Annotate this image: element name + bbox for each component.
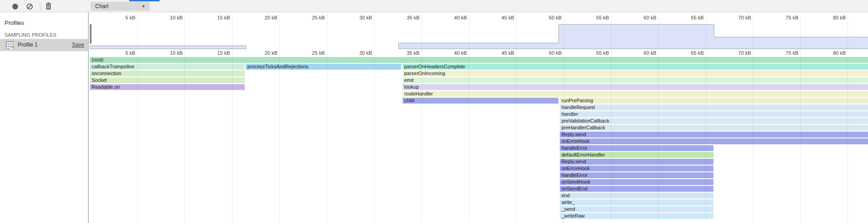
profile-grid-icon: %	[6, 41, 14, 49]
flame-bar-prevalidationcallback[interactable]: preValidationCallback	[560, 118, 868, 124]
toolbar: Chart ▼	[0, 0, 868, 12]
flame-bar-routehandler[interactable]: routeHandler	[402, 91, 868, 97]
flame-bar-handleerror[interactable]: handleError	[560, 145, 714, 151]
ruler-tick-label: 30 kB	[336, 15, 372, 20]
flame-bar-label: processTicksAndRejections	[247, 64, 309, 69]
flame-bar-handler[interactable]: handler	[560, 111, 868, 117]
flame-bar-emit[interactable]: emit	[402, 77, 868, 83]
ruler-tick-label: 55 kB	[573, 15, 609, 20]
ruler-tick-label: 50 kB	[525, 50, 562, 56]
view-mode-value: Chart	[95, 3, 108, 9]
gridline	[184, 13, 185, 223]
sidebar-title: Profiles	[5, 19, 24, 26]
gridline	[563, 13, 564, 223]
flame-bar-label: Socket	[92, 77, 107, 83]
ruler-tick-label: 45 kB	[478, 15, 514, 20]
flame-bar-end[interactable]: end	[560, 193, 714, 199]
ruler-tick-label: 10 kB	[146, 15, 183, 20]
flame-bar-onerrorhook[interactable]: onErrorHook	[560, 138, 868, 144]
ruler-tick-label: 60 kB	[620, 50, 656, 56]
gridline	[516, 13, 517, 223]
flame-bar-label: handleError	[562, 145, 587, 151]
flame-bar-label: emit	[404, 77, 414, 83]
flame-bar-handleerror[interactable]: handleError	[560, 172, 714, 178]
gridline	[753, 13, 753, 223]
flame-bar-onsendend[interactable]: onSendEnd	[560, 186, 714, 192]
flame-bar-processticksandrejections[interactable]: processTicksAndRejections	[246, 64, 401, 70]
flame-bar-label: _writeRaw	[562, 213, 585, 218]
flame-bar-runpreparsing[interactable]: runPreParsing	[560, 98, 868, 104]
gridline	[232, 13, 233, 223]
flame-bar-label: runPreParsing	[562, 98, 593, 103]
flame-bar-label: defaultErrorHandler	[562, 152, 605, 157]
flame-bar-write[interactable]: write_	[560, 199, 714, 205]
save-profile-link[interactable]: Save	[72, 42, 84, 48]
flame-bar-label: Readable.on	[92, 84, 120, 90]
flame-bar-label: onSendEnd	[562, 186, 588, 191]
trash-icon[interactable]	[45, 2, 52, 10]
toolbar-divider	[40, 2, 40, 10]
overview-left-handle[interactable]	[90, 24, 92, 44]
gridline	[279, 13, 280, 223]
flame-bar-reply-send[interactable]: Reply.send	[560, 132, 868, 138]
flame-bar-parseronheaderscomplete[interactable]: parserOnHeadersComplete	[402, 64, 868, 70]
flame-bar-label: handleError	[562, 172, 587, 178]
flame-bar-label: (root)	[92, 57, 103, 62]
flame-bar-label: callbackTrampoline	[92, 64, 134, 69]
flame-bar-label: end	[562, 193, 570, 198]
gridline	[469, 13, 469, 223]
gridline	[422, 13, 422, 223]
sampling-profiles-header: SAMPLING PROFILES	[5, 32, 56, 38]
flame-bar-send[interactable]: _send	[560, 206, 714, 212]
ruler-tick-label: 15 kB	[194, 50, 230, 56]
flame-graph: (root)callbackTrampolineprocessTicksAndR…	[90, 12, 868, 223]
view-mode-select[interactable]: Chart ▼	[91, 2, 150, 11]
flame-bar-label: handleRequest	[562, 104, 595, 110]
gridline	[374, 13, 374, 223]
flame-bar-label: onconnection	[92, 71, 121, 76]
flame-bar-label: lookup	[404, 84, 419, 90]
profile-name: Profile 1	[18, 42, 38, 48]
flame-bar-onsendhook[interactable]: onSendHook	[560, 179, 714, 185]
flame-bar-label: onSendHook	[562, 179, 591, 185]
ruler-tick-label: 20 kB	[241, 15, 277, 20]
flame-bar-socket[interactable]: Socket	[90, 77, 245, 83]
flame-bar-lookup[interactable]: lookup	[402, 84, 868, 90]
ruler-tick-label: 40 kB	[431, 50, 467, 56]
ruler-tick-label: 20 kB	[241, 50, 277, 56]
flame-bar-parseronincoming[interactable]: parserOnIncoming	[402, 71, 868, 76]
ruler-tick-label: 65 kB	[668, 50, 704, 56]
ruler-tick-label: 75 kB	[762, 15, 799, 20]
clear-all-icon[interactable]	[26, 3, 33, 10]
ruler-tick-label: 5 kB	[99, 15, 136, 20]
flame-bar-handlerequest[interactable]: handleRequest	[560, 104, 868, 110]
gridline	[800, 13, 801, 223]
flame-bar-label: preValidationCallback	[562, 118, 610, 123]
flame-bar-label: child	[404, 98, 415, 103]
flame-bar-label: preHandlerCallback	[562, 125, 606, 130]
gridline	[658, 13, 659, 223]
ruler-tick-label: 35 kB	[383, 15, 420, 20]
ruler-tick-label: 25 kB	[289, 15, 325, 20]
flame-bar-child[interactable]: child	[402, 98, 558, 104]
flame-bar-readable-on[interactable]: Readable.on	[90, 84, 245, 90]
ruler-tick-label: 80 kB	[810, 50, 846, 56]
flame-bar-onconnection[interactable]: onconnection	[90, 71, 245, 76]
profile-list-item[interactable]: % Profile 1 Save	[0, 39, 88, 51]
profiles-sidebar: Profiles SAMPLING PROFILES % Profile 1 S…	[0, 12, 89, 223]
flame-bar-prehandlercallback[interactable]: preHandlerCallback	[560, 125, 868, 131]
ruler-tick-label: 65 kB	[668, 15, 704, 20]
flame-bar-onerrorhook[interactable]: onErrorHook	[560, 166, 714, 171]
record-icon[interactable]	[12, 4, 18, 9]
flame-bar-label: Reply.send	[562, 159, 586, 164]
ruler-tick-label: 40 kB	[431, 15, 467, 20]
flame-bar-reply-send[interactable]: Reply.send	[560, 159, 714, 165]
flame-bar-root[interactable]: (root)	[90, 57, 868, 63]
flame-bar-label: onErrorHook	[562, 166, 590, 171]
flame-bar-defaulterrorhandler[interactable]: defaultErrorHandler	[560, 152, 714, 158]
flame-bar-writeraw[interactable]: _writeRaw	[560, 213, 714, 219]
ruler-tick-label: 45 kB	[478, 50, 514, 56]
flame-bar-label: routeHandler	[404, 91, 433, 96]
flame-bar-label: parserOnHeadersComplete	[404, 64, 466, 69]
flame-bar-callbacktrampoline[interactable]: callbackTrampoline	[90, 64, 245, 70]
